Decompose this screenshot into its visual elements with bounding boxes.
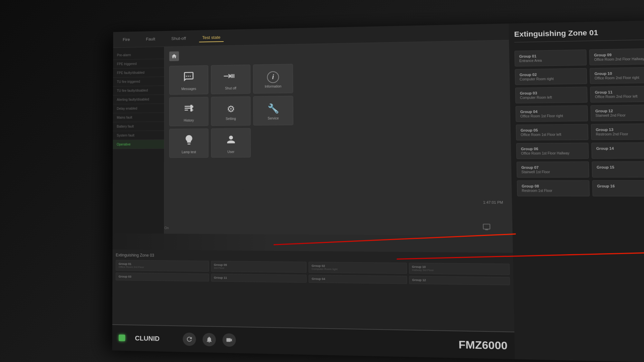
list-item: Group 03 [116,273,209,282]
group-location [597,170,644,170]
right-info-panel: Extinguishing Zone 01 Group 01 Entrance … [509,20,644,362]
sidebar-pre-alarm: Pre-alarm [113,50,164,60]
information-label: Information [265,84,281,88]
shutoff-label: Shut off [225,87,236,90]
group-name: Group 08 [522,184,585,188]
sidebar-alerting-faulty: Alerting faulty/disabled [113,95,164,105]
lower-groups-grid: Group 01 Office Room 3rd Floor Group 09 … [116,260,510,285]
menu-grid: Messages Shut [169,60,506,158]
tab-fault[interactable]: Fault [143,35,158,43]
bottom-controls [183,332,236,347]
group-name: Group 11 [214,276,304,281]
history-icon [183,102,194,116]
device-id: CLUNID [135,334,160,342]
group-location: Entrance Area [519,58,582,63]
home-icon [171,53,177,59]
status-indicator [119,335,125,341]
group-location: Office Room 3rd Floor [118,265,206,269]
groups-grid: Group 01 Entrance Area Group 09 Office R… [515,48,644,197]
service-button[interactable]: 🔧 Service [253,96,293,125]
group-name: Group 04 [312,277,404,282]
list-item: Group 06 Office Room 1st Floor Hallway [516,143,589,159]
on-label: On [164,226,169,230]
service-label: Service [268,116,279,120]
list-item: Group 12 [409,276,510,285]
list-item: Group 11 [211,274,307,283]
sidebar-mains-fault: Mains fault [113,113,164,122]
bell-button[interactable] [203,333,216,346]
lower-zone-title: Extinguishing Zone 03 [116,253,509,261]
group-location: Computer Room tight [312,267,404,271]
model-name: FMZ6000 [459,338,507,352]
zone-title: Extinguishing Zone 01 [514,27,644,42]
group-name: Group 03 [520,90,582,95]
sidebar-battery-fault: Battery fault [113,122,164,131]
list-item: Group 10 Hallway 3rd Floor [409,263,510,275]
messages-icon [182,71,195,85]
group-location: Computer Room left [520,95,583,100]
setting-label: Setting [226,117,236,120]
time-display: 1:47:01 PM [483,200,503,205]
sidebar-fpe-faulty: FPE faulty/disabled [113,68,164,78]
group-name: Group 09 [594,52,644,57]
tab-shutoff[interactable]: Shut-off [168,34,189,42]
list-item: Group 07 Stairwell 1st Floor [516,162,589,178]
list-item: Group 09 3rd Floor [211,261,307,273]
group-location: Hallway 3rd Floor [412,268,507,273]
list-item: Group 04 [308,275,407,284]
group-name: Group 04 [520,109,583,114]
sidebar-operative: Operative [113,140,164,149]
messages-button[interactable]: Messages [169,65,208,95]
setting-button[interactable]: ⚙ Setting [211,96,251,126]
list-item: Group 02 Computer Room tight [308,262,407,274]
list-item: Group 15 [592,161,644,178]
main-screen: Fire Fault Shut-off Test state Pre-alarm… [112,23,515,359]
group-location: Restroom 2nd Floor [596,132,644,136]
list-item: Group 14 [591,142,644,159]
left-sidebar: Pre-alarm FPE triggered FPE faulty/disab… [113,47,165,234]
sidebar-system-fault: System fault [113,131,164,140]
list-item: Group 04 Office Room 1st Floor right [516,105,588,122]
group-name: Group 14 [596,146,644,151]
group-name: Group 15 [597,165,644,169]
group-name: Group 13 [596,127,644,132]
group-location: Office Room 1st Floor right [520,114,583,118]
tab-fire[interactable]: Fire [119,35,133,43]
group-location [596,151,644,151]
group-location: 3rd Floor [214,266,303,270]
messages-label: Messages [181,87,196,91]
group-name: Group 16 [597,184,644,188]
group-name: Group 07 [521,165,584,170]
service-icon: 🔧 [267,103,279,114]
group-name: Group 06 [521,146,584,151]
user-button[interactable]: User [211,128,251,158]
list-item: Group 09 Office Room 2nd Floor Hallway [589,48,644,65]
list-item: Group 10 Office Room 2nd Floor right [590,67,644,84]
list-item: Group 02 Computer Room right [515,68,587,85]
lower-zone: Extinguishing Zone 03 Group 01 Office Ro… [112,249,515,331]
lamptest-button[interactable]: Lamp test [169,128,209,158]
group-name: Group 02 [519,72,582,77]
tab-teststate[interactable]: Test state [199,33,224,42]
sidebar-fpe-triggered: FPE triggered [113,59,164,69]
shutoff-icon [223,70,239,84]
group-location: Office Room 2nd Floor left [595,94,644,99]
group-location: Computer Room right [520,77,582,81]
information-button[interactable]: i Information [253,64,293,94]
group-name: Group 11 [595,89,644,94]
lamptest-label: Lamp test [182,150,196,154]
home-button[interactable] [169,51,179,61]
history-button[interactable]: History [169,97,209,126]
setting-icon: ⚙ [227,104,235,114]
refresh-button[interactable] [183,332,196,346]
list-item: Group 11 Office Room 2nd Floor left [590,86,644,103]
list-item: Group 01 Entrance Area [515,50,587,67]
sidebar-tu-fire-triggered: TU fire triggered [113,77,164,87]
camera-button[interactable] [223,333,236,347]
group-name: Group 01 [519,53,582,59]
shutoff-button[interactable]: Shut off [211,65,251,94]
user-icon [225,134,237,148]
list-item: Group 03 Computer Room left [515,87,588,103]
group-location: Office Room 2nd Floor Hallway [594,57,644,61]
zone-panel: Pre-alarm FPE triggered FPE faulty/disab… [113,40,513,236]
